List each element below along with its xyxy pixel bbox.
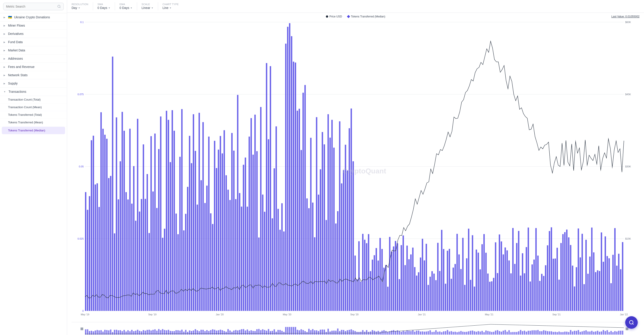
chart-type-select[interactable]: Line ▼ xyxy=(162,6,179,9)
resolution-select[interactable]: Day ▼ xyxy=(72,6,88,9)
sidebar-item-fund-data[interactable]: ▶ Fund Data xyxy=(0,38,67,46)
last-value-label[interactable]: Last Value: 0.01055002 xyxy=(611,15,640,18)
sidebar-item-label: Network Stats xyxy=(8,73,28,77)
chevron-right-icon: ▶ xyxy=(4,49,5,52)
divider-1 xyxy=(93,2,93,10)
sidebar-item-network-stats[interactable]: ▶ Network Stats xyxy=(0,71,67,79)
mini-chart xyxy=(72,322,640,335)
resolution-caret: ▼ xyxy=(78,7,80,9)
legend-tokens-median: Tokens Transferred (Median) xyxy=(348,15,385,18)
chevron-right-icon: ▶ xyxy=(4,33,5,35)
resolution-label: Resolution xyxy=(72,3,88,5)
scale-caret: ▼ xyxy=(151,7,154,9)
flag-icon: 🇺🇦 xyxy=(8,15,12,19)
svg-point-0 xyxy=(58,5,60,7)
chevron-right-icon: ▶ xyxy=(4,24,5,27)
chevron-right-icon: ▶ xyxy=(4,66,5,68)
mini-chart-container[interactable] xyxy=(72,322,640,335)
ema-group: EMA 0 Days ▼ xyxy=(120,3,132,9)
sidebar-sub-tx-count-total[interactable]: Transaction Count (Total) xyxy=(0,96,67,103)
chevron-right-icon: ▶ xyxy=(4,41,5,43)
divider-4 xyxy=(158,2,158,10)
sidebar-item-ukraine[interactable]: ▶ 🇺🇦 Ukraine Crypto Donations xyxy=(0,13,67,21)
search-input[interactable] xyxy=(6,5,56,8)
legend-price-label: Price USD xyxy=(330,15,342,18)
sidebar-item-label: Miner Flows xyxy=(8,24,25,27)
sub-item-label: Tokens Transferred (Median) xyxy=(8,129,45,132)
sidebar-item-label: Derivatives xyxy=(8,32,24,35)
sidebar-item-label: Fund Data xyxy=(8,40,22,44)
chart-legend: Price USD Tokens Transferred (Median) La… xyxy=(72,15,640,18)
legend-tokens-label: Tokens Transferred (Median) xyxy=(351,15,385,18)
sub-item-label: Transaction Count (Total) xyxy=(8,98,40,101)
divider-2 xyxy=(115,2,115,10)
scale-value: Linear xyxy=(142,6,150,9)
ema-value: 0 Days xyxy=(120,6,129,9)
fab-search-icon xyxy=(629,320,634,325)
chevron-right-icon: ▶ xyxy=(4,16,5,18)
sidebar-sub-tokens-median[interactable]: Tokens Transferred (Median) xyxy=(2,127,65,134)
chart-type-caret: ▼ xyxy=(169,7,172,9)
sidebar-item-label: Fees and Revenue xyxy=(8,65,34,69)
chevron-right-icon: ▶ xyxy=(4,74,5,76)
legend-dot-black xyxy=(326,15,328,18)
chart-wrapper: CryptoQuant xyxy=(72,20,640,322)
sub-item-label: Tokens Transferred (Total) xyxy=(8,113,42,116)
sidebar: ▶ 🇺🇦 Ukraine Crypto Donations ▶ Miner Fl… xyxy=(0,0,67,335)
sma-select[interactable]: 0 Days ▼ xyxy=(98,6,110,9)
ema-label: EMA xyxy=(120,3,132,5)
sidebar-item-market-data[interactable]: ▶ Market Data xyxy=(0,46,67,54)
sidebar-item-derivatives[interactable]: ▶ Derivatives xyxy=(0,30,67,38)
svg-point-1 xyxy=(630,321,633,324)
sidebar-item-miner-flows[interactable]: ▶ Miner Flows xyxy=(0,21,67,30)
search-icon xyxy=(57,5,61,8)
sidebar-sub-tokens-total[interactable]: Tokens Transferred (Total) xyxy=(0,111,67,119)
ema-caret: ▼ xyxy=(130,7,132,9)
sidebar-item-label: Market Data xyxy=(8,48,25,52)
sidebar-item-fees-revenue[interactable]: ▶ Fees and Revenue xyxy=(0,63,67,71)
sidebar-item-label: Addresses xyxy=(8,57,23,60)
scale-group: Scale Linear ▼ xyxy=(142,3,154,9)
sma-group: SMA 0 Days ▼ xyxy=(98,3,110,9)
main-chart xyxy=(72,20,640,322)
resolution-value: Day xyxy=(72,6,77,9)
ema-select[interactable]: 0 Days ▼ xyxy=(120,6,132,9)
sub-item-label: Tokens Transferred (Mean) xyxy=(8,121,43,124)
main-content: Resolution Day ▼ SMA 0 Days ▼ EMA 0 Days… xyxy=(67,0,644,335)
sma-value: 0 Days xyxy=(98,6,107,9)
sub-item-label: Transaction Count (Mean) xyxy=(8,105,42,109)
search-box[interactable] xyxy=(3,3,64,10)
sidebar-item-label: Transactions xyxy=(8,90,26,93)
fab-search-button[interactable] xyxy=(625,316,638,329)
chart-type-value: Line xyxy=(162,6,168,9)
scale-select[interactable]: Linear ▼ xyxy=(142,6,154,9)
legend-diamond-blue xyxy=(347,15,350,18)
chevron-right-icon: ▶ xyxy=(4,57,5,60)
sidebar-item-label: Ukraine Crypto Donations xyxy=(14,15,50,19)
sidebar-sub-tokens-mean[interactable]: Tokens Transferred (Mean) xyxy=(0,119,67,126)
sidebar-item-addresses[interactable]: ▶ Addresses xyxy=(0,54,67,63)
resolution-group: Resolution Day ▼ xyxy=(72,3,88,9)
sma-caret: ▼ xyxy=(108,7,110,9)
sidebar-item-label: Supply xyxy=(8,82,18,85)
chart-area: Price USD Tokens Transferred (Median) La… xyxy=(67,13,644,335)
chart-type-label: Chart Type xyxy=(162,3,179,5)
chevron-right-icon: ▶ xyxy=(4,82,5,85)
search-container xyxy=(0,0,67,13)
toolbar: Resolution Day ▼ SMA 0 Days ▼ EMA 0 Days… xyxy=(67,0,644,13)
sma-label: SMA xyxy=(98,3,110,5)
sidebar-sub-tx-count-mean[interactable]: Transaction Count (Mean) xyxy=(0,103,67,111)
chart-type-group: Chart Type Line ▼ xyxy=(162,3,179,9)
chevron-down-icon: ▼ xyxy=(4,90,6,93)
sidebar-item-transactions[interactable]: ▼ Transactions xyxy=(0,88,67,96)
sidebar-item-supply[interactable]: ▶ Supply xyxy=(0,79,67,88)
scale-label: Scale xyxy=(142,3,154,5)
legend-price-usd: Price USD xyxy=(326,15,342,18)
